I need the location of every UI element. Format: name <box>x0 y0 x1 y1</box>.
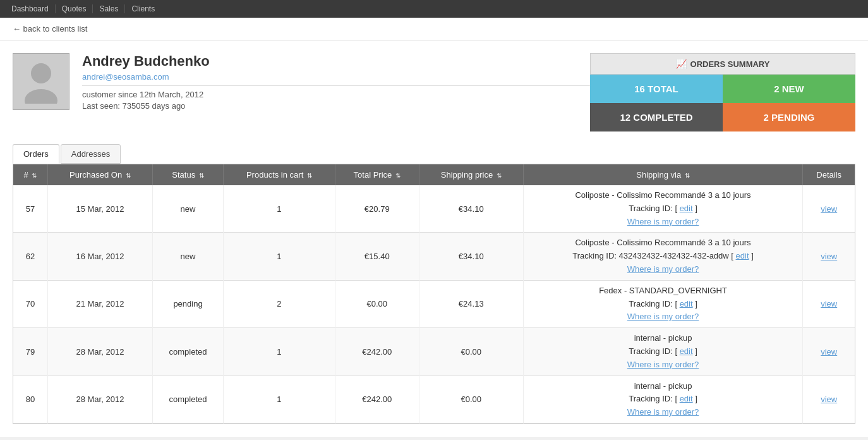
orders-summary-title: ORDERS SUMMARY <box>690 59 770 69</box>
table-header-row: # ⇅ Purchased On ⇅ Status ⇅ Products in … <box>13 164 855 185</box>
pending-cell: 2 PENDING <box>723 103 855 131</box>
cell-shipping-price: €34.10 <box>419 185 523 233</box>
profile-info: Andrey Budchenko andrei@seosamba.com cus… <box>82 53 590 113</box>
cell-shipping-price: €0.00 <box>419 328 523 376</box>
chart-icon: 📈 <box>676 59 687 69</box>
cell-shipping-via: Coliposte - Colissimo Recommandé 3 a 10 … <box>523 185 803 233</box>
tracking-id-line: Tracking ID: [ edit ] <box>529 393 798 406</box>
tabs: Orders Addresses <box>13 144 855 164</box>
cell-products: 1 <box>224 233 335 280</box>
cell-purchased-on: 28 Mar, 2012 <box>47 376 152 423</box>
client-name: Andrey Budchenko <box>82 53 590 70</box>
where-is-my-order-link[interactable]: Where is my order? <box>529 216 798 229</box>
cell-id: 62 <box>13 233 47 280</box>
where-is-my-order-link[interactable]: Where is my order? <box>529 406 798 419</box>
orders-summary: 📈 ORDERS SUMMARY 16 TOTAL 2 NEW 12 COMPL… <box>590 53 855 131</box>
tracking-edit-link[interactable]: edit <box>736 251 749 260</box>
cell-details[interactable]: view <box>803 280 855 327</box>
back-bar: ← back to clients list <box>0 18 868 40</box>
table-row: 79 28 Mar, 2012 completed 1 €242.00 €0.0… <box>13 328 855 376</box>
shipping-method: internal - pickup <box>529 380 798 393</box>
orders-summary-header: 📈 ORDERS SUMMARY <box>590 53 855 75</box>
cell-details[interactable]: view <box>803 185 855 233</box>
cell-id: 70 <box>13 280 47 327</box>
cell-shipping-price: €34.10 <box>419 233 523 280</box>
cell-products: 2 <box>224 280 335 327</box>
new-cell: 2 NEW <box>723 75 855 103</box>
cell-purchased-on: 28 Mar, 2012 <box>47 328 152 376</box>
where-is-my-order-link[interactable]: Where is my order? <box>529 310 798 324</box>
tracking-edit-link[interactable]: edit <box>680 346 693 356</box>
view-details-link[interactable]: view <box>821 299 837 309</box>
customer-since: customer since 12th March, 2012 <box>82 90 590 99</box>
shipping-method: Coliposte - Colissimo Recommandé 3 a 10 … <box>529 189 798 202</box>
tracking-edit-link[interactable]: edit <box>680 299 693 309</box>
tracking-id-line: Tracking ID: [ edit ] <box>529 298 798 311</box>
col-status[interactable]: Status ⇅ <box>152 164 223 185</box>
total-cell: 16 TOTAL <box>590 75 723 103</box>
tracking-id-line: Tracking ID: [ edit ] <box>529 202 798 216</box>
view-details-link[interactable]: view <box>821 204 837 214</box>
col-total-price[interactable]: Total Price ⇅ <box>335 164 419 185</box>
summary-grid: 16 TOTAL 2 NEW 12 COMPLETED 2 PENDING <box>590 75 855 131</box>
nav-clients[interactable]: Clients <box>125 4 161 13</box>
nav-quotes[interactable]: Quotes <box>56 4 93 13</box>
cell-purchased-on: 16 Mar, 2012 <box>47 233 152 280</box>
cell-products: 1 <box>224 328 335 376</box>
table-row: 70 21 Mar, 2012 pending 2 €0.00 €24.13 F… <box>13 280 855 327</box>
cell-shipping-via: Fedex - STANDARD_OVERNIGHT Tracking ID: … <box>523 280 803 327</box>
shipping-method: Fedex - STANDARD_OVERNIGHT <box>529 284 798 298</box>
orders-table: # ⇅ Purchased On ⇅ Status ⇅ Products in … <box>13 164 855 424</box>
avatar <box>13 53 69 110</box>
back-to-clients-link[interactable]: ← back to clients list <box>13 24 88 34</box>
svg-point-1 <box>25 89 57 104</box>
cell-details[interactable]: view <box>803 376 855 423</box>
cell-status: completed <box>152 328 223 376</box>
last-seen: Last seen: 735055 days ago <box>82 101 590 111</box>
view-details-link[interactable]: view <box>821 347 837 357</box>
view-details-link[interactable]: view <box>821 252 837 261</box>
cell-purchased-on: 15 Mar, 2012 <box>47 185 152 233</box>
where-is-my-order-link[interactable]: Where is my order? <box>529 358 798 372</box>
cell-id: 57 <box>13 185 47 233</box>
nav-sales[interactable]: Sales <box>93 4 125 13</box>
cell-total-price: €15.40 <box>335 233 419 280</box>
nav-dashboard[interactable]: Dashboard <box>5 4 56 13</box>
shipping-method: internal - pickup <box>529 332 798 345</box>
cell-shipping-price: €0.00 <box>419 376 523 423</box>
col-id[interactable]: # ⇅ <box>13 164 47 185</box>
tab-orders[interactable]: Orders <box>13 144 59 164</box>
cell-status: completed <box>152 376 223 423</box>
cell-total-price: €242.00 <box>335 376 419 423</box>
col-purchased-on[interactable]: Purchased On ⇅ <box>47 164 152 185</box>
cell-products: 1 <box>224 376 335 423</box>
col-shipping-via[interactable]: Shipping via ⇅ <box>523 164 803 185</box>
client-email[interactable]: andrei@seosamba.com <box>82 72 590 82</box>
cell-shipping-via: internal - pickup Tracking ID: [ edit ] … <box>523 376 803 423</box>
cell-details[interactable]: view <box>803 233 855 280</box>
cell-products: 1 <box>224 185 335 233</box>
col-shipping-price[interactable]: Shipping price ⇅ <box>419 164 523 185</box>
tracking-edit-link[interactable]: edit <box>680 394 693 403</box>
main-content: Andrey Budchenko andrei@seosamba.com cus… <box>0 40 868 437</box>
tracking-id-line: Tracking ID: 432432432-432432-432-addw [… <box>529 250 798 263</box>
cell-id: 80 <box>13 376 47 423</box>
table-row: 57 15 Mar, 2012 new 1 €20.79 €34.10 Coli… <box>13 185 855 233</box>
cell-shipping-price: €24.13 <box>419 280 523 327</box>
view-details-link[interactable]: view <box>821 394 837 404</box>
shipping-method: Coliposte - Colissimo Recommandé 3 a 10 … <box>529 236 798 250</box>
cell-shipping-via: internal - pickup Tracking ID: [ edit ] … <box>523 328 803 376</box>
where-is-my-order-link[interactable]: Where is my order? <box>529 263 798 276</box>
cell-id: 79 <box>13 328 47 376</box>
tracking-edit-link[interactable]: edit <box>680 204 693 213</box>
cell-status: new <box>152 185 223 233</box>
col-details: Details <box>803 164 855 185</box>
cell-total-price: €20.79 <box>335 185 419 233</box>
completed-cell: 12 COMPLETED <box>590 103 723 131</box>
cell-shipping-via: Coliposte - Colissimo Recommandé 3 a 10 … <box>523 233 803 280</box>
cell-total-price: €242.00 <box>335 328 419 376</box>
tab-addresses[interactable]: Addresses <box>61 144 121 164</box>
cell-details[interactable]: view <box>803 328 855 376</box>
orders-table-wrapper: # ⇅ Purchased On ⇅ Status ⇅ Products in … <box>13 164 855 424</box>
col-products[interactable]: Products in cart ⇅ <box>224 164 335 185</box>
